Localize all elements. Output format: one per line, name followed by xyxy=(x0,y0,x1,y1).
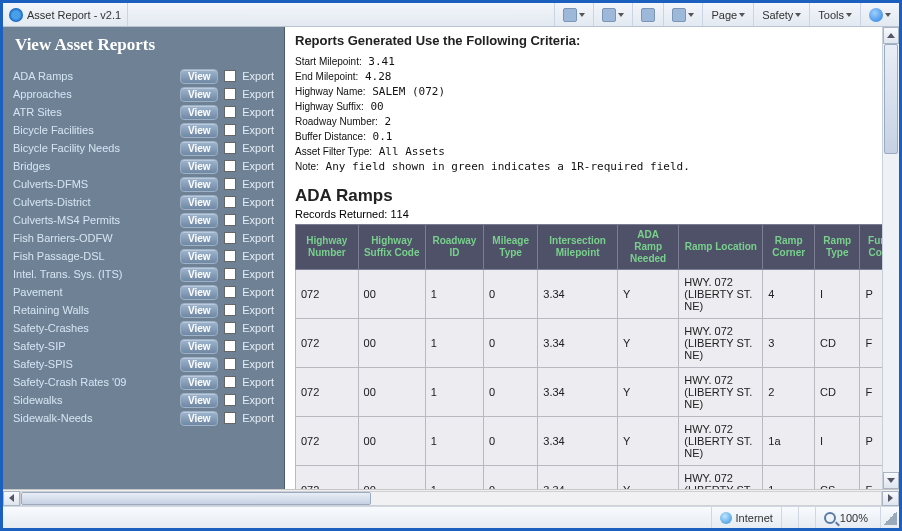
column-header[interactable]: Roadway ID xyxy=(425,225,483,270)
export-checkbox[interactable] xyxy=(224,232,236,244)
mail-button[interactable] xyxy=(637,6,659,24)
view-button[interactable]: View xyxy=(180,105,218,120)
scroll-down-button[interactable] xyxy=(883,472,899,489)
export-checkbox[interactable] xyxy=(224,358,236,370)
export-checkbox[interactable] xyxy=(224,70,236,82)
sidebar-item-label: Safety-SIP xyxy=(13,340,174,352)
view-button[interactable]: View xyxy=(180,141,218,156)
table-cell: 072 xyxy=(296,270,359,319)
view-button[interactable]: View xyxy=(180,267,218,282)
column-header[interactable]: Highway Suffix Code xyxy=(358,225,425,270)
home-button[interactable] xyxy=(559,6,589,24)
vertical-scrollbar[interactable] xyxy=(882,27,899,489)
export-checkbox[interactable] xyxy=(224,322,236,334)
criteria-label: Highway Suffix: xyxy=(295,101,364,112)
export-checkbox[interactable] xyxy=(224,160,236,172)
scroll-track[interactable] xyxy=(20,491,882,506)
export-checkbox[interactable] xyxy=(224,394,236,406)
view-button[interactable]: View xyxy=(180,357,218,372)
export-checkbox[interactable] xyxy=(224,124,236,136)
column-header[interactable]: Mileage Type xyxy=(484,225,538,270)
sidebar-item-label: ATR Sites xyxy=(13,106,174,118)
scroll-thumb[interactable] xyxy=(884,44,898,154)
export-checkbox[interactable] xyxy=(224,376,236,388)
table-cell: 00 xyxy=(358,466,425,490)
column-header[interactable]: Intersection Milepoint xyxy=(538,225,618,270)
scroll-right-button[interactable] xyxy=(882,491,899,506)
table-cell: I xyxy=(815,270,860,319)
export-checkbox[interactable] xyxy=(224,106,236,118)
column-header[interactable]: Highway Number xyxy=(296,225,359,270)
safety-menu[interactable]: Safety xyxy=(758,7,805,23)
zoom-segment[interactable]: 100% xyxy=(815,507,880,528)
zone-segment: Internet xyxy=(711,507,781,528)
protected-mode-segment xyxy=(781,507,798,528)
column-header[interactable]: Ramp Location xyxy=(679,225,763,270)
export-checkbox[interactable] xyxy=(224,178,236,190)
view-button[interactable]: View xyxy=(180,123,218,138)
export-checkbox[interactable] xyxy=(224,340,236,352)
export-checkbox[interactable] xyxy=(224,268,236,280)
ie-tab-toolbar: Asset Report - v2.1 Page Safety Tools xyxy=(3,3,899,27)
view-button[interactable]: View xyxy=(180,87,218,102)
sidebar-item-label: Fish Barriers-ODFW xyxy=(13,232,174,244)
table-cell: 072 xyxy=(296,417,359,466)
sidebar-item-label: Bicycle Facilities xyxy=(13,124,174,136)
print-button[interactable] xyxy=(668,6,698,24)
page-menu[interactable]: Page xyxy=(707,7,749,23)
view-button[interactable]: View xyxy=(180,249,218,264)
view-button[interactable]: View xyxy=(180,393,218,408)
export-checkbox[interactable] xyxy=(224,286,236,298)
export-checkbox[interactable] xyxy=(224,214,236,226)
scroll-left-button[interactable] xyxy=(3,491,20,506)
horizontal-scrollbar[interactable] xyxy=(3,489,899,506)
column-header[interactable]: Ramp Corner xyxy=(763,225,815,270)
sidebar-item: Safety-CrashesViewExport xyxy=(13,319,274,337)
help-button[interactable] xyxy=(865,6,895,24)
view-button[interactable]: View xyxy=(180,195,218,210)
export-checkbox[interactable] xyxy=(224,142,236,154)
view-button[interactable]: View xyxy=(180,411,218,426)
criteria-value: 3.41 xyxy=(368,55,395,68)
view-button[interactable]: View xyxy=(180,231,218,246)
view-button[interactable]: View xyxy=(180,321,218,336)
column-header[interactable]: Ramp Type xyxy=(815,225,860,270)
resize-grip[interactable] xyxy=(883,511,897,525)
export-checkbox[interactable] xyxy=(224,304,236,316)
sidebar-item: Safety-Crash Rates '09ViewExport xyxy=(13,373,274,391)
ie-window: Asset Report - v2.1 Page Safety Tools xyxy=(0,0,902,531)
sidebar: View Asset Reports ADA RampsViewExportAp… xyxy=(3,27,285,489)
export-checkbox[interactable] xyxy=(224,250,236,262)
feeds-button[interactable] xyxy=(598,6,628,24)
sidebar-item: ADA RampsViewExport xyxy=(13,67,274,85)
column-header[interactable]: ADA Ramp Needed xyxy=(618,225,679,270)
table-cell: CS xyxy=(815,466,860,490)
view-button[interactable]: View xyxy=(180,375,218,390)
browser-tab-title: Asset Report - v2.1 xyxy=(27,9,121,21)
scroll-up-button[interactable] xyxy=(883,27,899,44)
sidebar-item-label: Safety-Crashes xyxy=(13,322,174,334)
table-cell: 0 xyxy=(484,270,538,319)
tools-menu[interactable]: Tools xyxy=(814,7,856,23)
sidebar-item-label: Bridges xyxy=(13,160,174,172)
view-button[interactable]: View xyxy=(180,177,218,192)
view-button[interactable]: View xyxy=(180,303,218,318)
export-label: Export xyxy=(242,232,274,244)
main-panel[interactable]: Reports Generated Use the Following Crit… xyxy=(285,27,899,489)
criteria-value: 4.28 xyxy=(365,70,392,83)
export-checkbox[interactable] xyxy=(224,196,236,208)
export-label: Export xyxy=(242,142,274,154)
view-button[interactable]: View xyxy=(180,159,218,174)
sidebar-item: Bicycle Facility NeedsViewExport xyxy=(13,139,274,157)
export-checkbox[interactable] xyxy=(224,88,236,100)
scroll-thumb[interactable] xyxy=(21,492,371,505)
scroll-track[interactable] xyxy=(883,44,899,472)
export-checkbox[interactable] xyxy=(224,412,236,424)
view-button[interactable]: View xyxy=(180,69,218,84)
view-button[interactable]: View xyxy=(180,213,218,228)
browser-tab[interactable]: Asset Report - v2.1 xyxy=(3,3,128,26)
table-cell: 0 xyxy=(484,368,538,417)
view-button[interactable]: View xyxy=(180,339,218,354)
table-cell: 0 xyxy=(484,417,538,466)
view-button[interactable]: View xyxy=(180,285,218,300)
